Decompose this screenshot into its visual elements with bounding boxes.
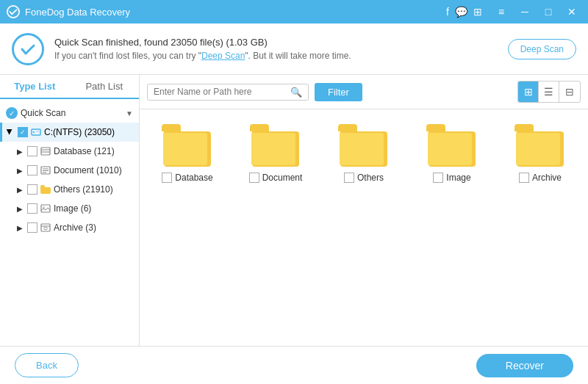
maximize-button[interactable]: □ <box>538 1 559 22</box>
tree-item-others[interactable]: ▶ Others (21910) <box>0 180 139 199</box>
quick-scan-check-icon <box>6 107 18 119</box>
item-label: Image (6) <box>54 203 91 214</box>
tree-item-archive[interactable]: ▶ Archive (3) <box>0 218 139 237</box>
item-label: Archive (3) <box>54 222 96 233</box>
filter-button[interactable]: Filter <box>315 83 362 101</box>
item-checkbox[interactable] <box>27 184 37 195</box>
item-label: Database (121) <box>54 146 115 156</box>
file-label: Others <box>357 173 384 183</box>
file-item-image[interactable]: Image <box>419 124 485 183</box>
file-grid: Database Document <box>140 109 588 346</box>
database-icon <box>40 145 51 157</box>
item-checkbox[interactable] <box>27 203 37 214</box>
subtitle-post: ". But it will take more time. <box>245 51 351 61</box>
file-label: Document <box>262 173 303 183</box>
file-item-database[interactable]: Database <box>154 124 220 183</box>
svg-rect-4 <box>41 148 50 155</box>
item-checkbox[interactable] <box>27 165 37 175</box>
detail-view-button[interactable]: ⊟ <box>559 81 580 102</box>
minimize-button[interactable]: ─ <box>514 1 535 22</box>
quick-scan-label: Quick Scan <box>21 108 123 118</box>
deep-scan-button[interactable]: Deep Scan <box>508 39 576 59</box>
grid-icon[interactable]: ⊞ <box>473 6 482 18</box>
file-item-archive[interactable]: Archive <box>507 124 573 183</box>
menu-icon[interactable]: ≡ <box>491 1 512 22</box>
file-checkbox[interactable] <box>344 173 354 183</box>
main-container: Quick Scan finished, found 23050 file(s)… <box>0 23 588 384</box>
toolbar: 🔍 Filter ⊞ ☰ ⊟ <box>140 75 588 109</box>
grid-view-button[interactable]: ⊞ <box>518 81 539 102</box>
view-toggle: ⊞ ☰ ⊟ <box>517 81 581 103</box>
content-area: Type List Path List Quick Scan ▼ ▶ <box>0 75 588 346</box>
expand-arrow-icon[interactable]: ▶ <box>5 127 15 137</box>
tree-item-document[interactable]: ▶ Document (1010) <box>0 161 139 180</box>
drive-checkbox[interactable] <box>18 127 28 137</box>
facebook-icon[interactable]: f <box>446 6 449 18</box>
list-view-button[interactable]: ☰ <box>539 81 559 102</box>
tab-path-list[interactable]: Path List <box>70 75 140 98</box>
search-box[interactable]: 🔍 <box>147 84 309 101</box>
expand-icon[interactable]: ▶ <box>15 203 25 214</box>
message-icon[interactable]: 💬 <box>455 6 467 18</box>
file-checkbox[interactable] <box>433 173 443 183</box>
close-button[interactable]: ✕ <box>562 1 582 22</box>
folder-icon <box>162 124 213 167</box>
folder-sm-icon <box>40 184 51 195</box>
app-icon <box>6 4 21 19</box>
svg-rect-13 <box>41 224 50 231</box>
image-icon <box>40 203 51 214</box>
search-icon: 🔍 <box>290 87 302 98</box>
expand-icon[interactable]: ▶ <box>15 165 25 175</box>
subtitle-pre: If you can't find lost files, you can tr… <box>54 51 201 61</box>
folder-icon <box>250 124 301 167</box>
social-icons: f 💬 ⊞ <box>446 6 482 18</box>
file-label: Archive <box>532 173 562 183</box>
drive-row[interactable]: ▶ C:(NTFS) (23050) <box>0 123 139 142</box>
expand-icon[interactable]: ▶ <box>15 146 25 156</box>
window-controls: ≡ ─ □ ✕ <box>491 1 582 22</box>
header-text: Quick Scan finished, found 23050 file(s)… <box>54 37 498 61</box>
expand-icon[interactable]: ▶ <box>15 222 25 233</box>
expand-icon[interactable]: ▶ <box>15 184 25 195</box>
status-icon <box>12 33 44 65</box>
quick-scan-row[interactable]: Quick Scan ▼ <box>0 104 139 123</box>
deep-scan-link[interactable]: Deep Scan <box>201 51 245 61</box>
file-item-others[interactable]: Others <box>331 124 397 183</box>
file-label: Image <box>446 173 470 183</box>
item-label: Document (1010) <box>54 165 122 175</box>
file-label: Database <box>175 173 212 183</box>
file-checkbox[interactable] <box>519 173 529 183</box>
back-button[interactable]: Back <box>15 353 79 377</box>
svg-rect-1 <box>32 129 40 135</box>
right-panel: 🔍 Filter ⊞ ☰ ⊟ <box>140 75 588 346</box>
item-checkbox[interactable] <box>27 146 37 156</box>
svg-rect-2 <box>33 131 35 133</box>
file-checkbox[interactable] <box>249 173 259 183</box>
status-subtitle: If you can't find lost files, you can tr… <box>54 51 498 61</box>
drive-icon <box>30 126 42 138</box>
archive-icon <box>40 222 51 233</box>
recover-button[interactable]: Recover <box>476 354 573 377</box>
tree-section: Quick Scan ▼ ▶ C:(NTFS) (23050) <box>0 99 139 242</box>
chevron-down-icon: ▼ <box>126 109 133 117</box>
item-checkbox[interactable] <box>27 222 37 233</box>
folder-icon <box>426 124 478 167</box>
tab-bar: Type List Path List <box>0 75 139 99</box>
tab-type-list[interactable]: Type List <box>0 75 70 99</box>
status-title: Quick Scan finished, found 23050 file(s)… <box>54 37 498 48</box>
folder-icon <box>514 124 566 167</box>
search-input[interactable] <box>154 87 287 97</box>
left-panel: Type List Path List Quick Scan ▼ ▶ <box>0 75 140 346</box>
document-icon <box>40 164 51 176</box>
file-checkbox[interactable] <box>162 173 172 183</box>
tree-item-image[interactable]: ▶ Image (6) <box>0 199 139 218</box>
svg-rect-15 <box>44 228 47 230</box>
item-label: Others (21910) <box>54 184 113 195</box>
file-item-document[interactable]: Document <box>243 124 309 183</box>
footer: Back Recover <box>0 346 588 384</box>
title-bar: FoneDog Data Recovery f 💬 ⊞ ≡ ─ □ ✕ <box>0 0 588 23</box>
tree-item-database[interactable]: ▶ Database (121) <box>0 142 139 161</box>
folder-icon <box>338 124 390 167</box>
svg-point-0 <box>7 6 19 18</box>
drive-label: C:(NTFS) (23050) <box>44 127 115 137</box>
